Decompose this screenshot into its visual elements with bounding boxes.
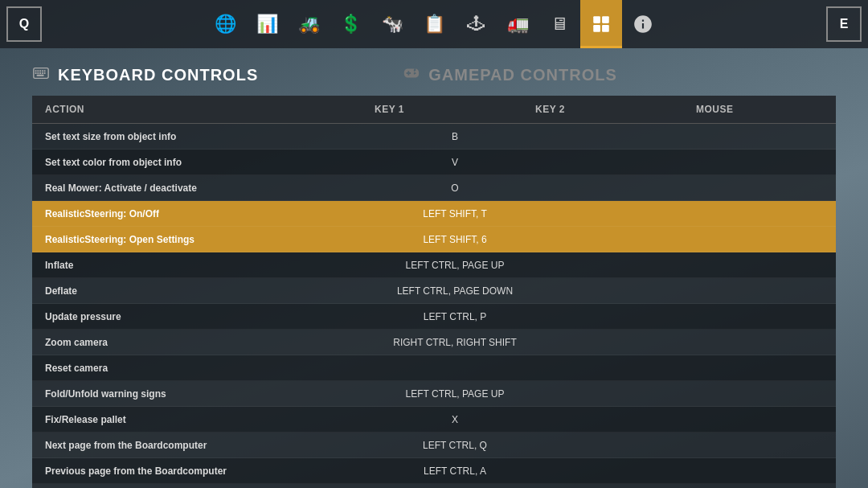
key1-cell: LEFT CTRL, PAGE UP <box>375 388 535 400</box>
e-corner-button[interactable]: E <box>826 6 862 42</box>
section-headers: KEYBOARD CONTROLS GAMEPAD CONTROLS <box>32 64 836 86</box>
gamepad-icon <box>403 64 420 86</box>
key1-cell: LEFT CTRL, A <box>375 465 535 477</box>
table-row[interactable]: Deflate LEFT CTRL, PAGE DOWN <box>32 278 836 304</box>
keyboard-section-title: KEYBOARD CONTROLS <box>32 64 258 86</box>
svg-rect-7 <box>39 70 41 72</box>
nav-controls-icon[interactable] <box>580 0 622 48</box>
table-row[interactable]: Zoom camera RIGHT CTRL, RIGHT SHIFT <box>32 330 836 355</box>
key1-cell: B <box>375 131 535 142</box>
table-row[interactable]: Real Mower: Activate / deactivate O <box>32 175 836 201</box>
key1-cell: RIGHT CTRL, RIGHT SHIFT <box>375 337 535 348</box>
key1-cell: LEFT CTRL, PAGE DOWN <box>375 285 535 297</box>
info-svg-icon <box>633 14 653 35</box>
table-row[interactable]: Fix/Release pallet X <box>32 407 836 433</box>
table-row[interactable]: Set text size from object info B <box>32 124 836 150</box>
nav-right: E <box>826 6 862 42</box>
key1-cell: LEFT SHIFT, T <box>375 208 535 219</box>
controls-svg-icon <box>591 14 612 35</box>
table-row[interactable]: Previous page from the Boardcomputer LEF… <box>32 458 836 484</box>
key1-cell: O <box>375 182 535 194</box>
table-row[interactable]: Reset camera <box>32 355 836 381</box>
svg-rect-8 <box>42 70 43 72</box>
table-body[interactable]: Set text size from object info B Set tex… <box>32 124 836 488</box>
gamepad-title: GAMEPAD CONTROLS <box>428 66 617 84</box>
svg-rect-13 <box>42 72 43 74</box>
action-cell: Set text color from object info <box>45 157 375 168</box>
nav-money-icon[interactable]: 💲 <box>330 0 371 48</box>
svg-rect-3 <box>602 25 609 32</box>
key1-cell: LEFT CTRL, Q <box>375 440 535 451</box>
col-scroll <box>809 104 823 115</box>
svg-rect-15 <box>37 75 44 76</box>
action-cell: Next page from the Boardcomputer <box>45 440 375 451</box>
action-cell: Real Mower: Activate / deactivate <box>45 182 375 194</box>
action-cell: Inflate <box>45 260 375 271</box>
nav-stats-icon[interactable]: 📊 <box>246 0 288 48</box>
key1-cell: LEFT CTRL, PAGE UP <box>375 260 535 271</box>
gamepad-section-title: GAMEPAD CONTROLS <box>403 64 617 86</box>
svg-rect-11 <box>37 72 39 74</box>
col-mouse: MOUSE <box>696 104 809 115</box>
action-cell: Zoom camera <box>45 337 375 348</box>
action-cell: Fold/Unfold warning signs <box>45 388 375 400</box>
table-row[interactable]: Inflate LEFT CTRL, PAGE UP <box>32 252 836 278</box>
table-row[interactable]: Update pressure LEFT CTRL, P <box>32 304 836 330</box>
nav-vehicle-icon[interactable]: 🖥 <box>538 0 580 48</box>
svg-rect-12 <box>39 72 41 74</box>
key1-cell: X <box>375 414 535 425</box>
action-cell: RealisticSteering: Open Settings <box>45 234 375 245</box>
action-cell: RealisticSteering: On/Off <box>45 208 375 219</box>
svg-rect-14 <box>44 72 46 74</box>
svg-rect-9 <box>44 70 46 72</box>
controls-panel: ACTION KEY 1 KEY 2 MOUSE Set text size f… <box>32 96 836 488</box>
table-header: ACTION KEY 1 KEY 2 MOUSE <box>32 96 836 124</box>
table-row[interactable]: Next page from the Boardcomputer LEFT CT… <box>32 433 836 458</box>
keyboard-icon <box>32 64 50 86</box>
top-navigation: Q 🌐 📊 🚜 💲 🐄 📋 🕹 🚛 🖥 E <box>0 0 868 48</box>
nav-animal-icon[interactable]: 🐄 <box>371 0 413 48</box>
main-content: KEYBOARD CONTROLS GAMEPAD CONTROLS ACTIO… <box>0 48 868 488</box>
nav-icons-container: 🌐 📊 🚜 💲 🐄 📋 🕹 🚛 🖥 <box>204 0 664 48</box>
keyboard-title: KEYBOARD CONTROLS <box>58 66 258 84</box>
action-cell: Deflate <box>45 285 375 297</box>
svg-rect-0 <box>593 16 600 23</box>
action-cell: Previous page from the Boardcomputer <box>45 465 375 477</box>
col-key1: KEY 1 <box>375 104 535 115</box>
nav-tractor-icon[interactable]: 🚜 <box>288 0 330 48</box>
table-row[interactable]: Fold/Unfold warning signs LEFT CTRL, PAG… <box>32 381 836 407</box>
nav-multiplayer-icon[interactable]: 🕹 <box>455 0 497 48</box>
key1-cell: V <box>375 157 535 168</box>
action-cell: Fix/Release pallet <box>45 414 375 425</box>
action-cell: Update pressure <box>45 311 375 322</box>
nav-contract-icon[interactable]: 📋 <box>413 0 455 48</box>
action-cell: Set text size from object info <box>45 131 375 142</box>
table-row[interactable]: RealisticSteering: On/Off LEFT SHIFT, T <box>32 201 836 227</box>
key1-cell: LEFT SHIFT, 6 <box>375 234 535 245</box>
svg-rect-1 <box>602 16 609 23</box>
table-row[interactable]: Set text color from object info V <box>32 150 836 175</box>
nav-globe-icon[interactable]: 🌐 <box>204 0 246 48</box>
nav-info-icon[interactable] <box>622 0 664 48</box>
col-action: ACTION <box>45 104 375 115</box>
action-cell: Reset camera <box>45 363 375 374</box>
nav-left: Q <box>6 6 42 42</box>
col-key2: KEY 2 <box>535 104 696 115</box>
svg-rect-5 <box>35 70 37 72</box>
svg-rect-2 <box>593 25 600 32</box>
table-row[interactable]: RealisticSteering: Open Settings LEFT SH… <box>32 227 836 252</box>
key1-cell: LEFT CTRL, P <box>375 311 535 322</box>
nav-farm-icon[interactable]: 🚛 <box>497 0 538 48</box>
q-corner-button[interactable]: Q <box>6 6 42 42</box>
svg-rect-10 <box>35 72 37 74</box>
svg-rect-6 <box>37 70 39 72</box>
